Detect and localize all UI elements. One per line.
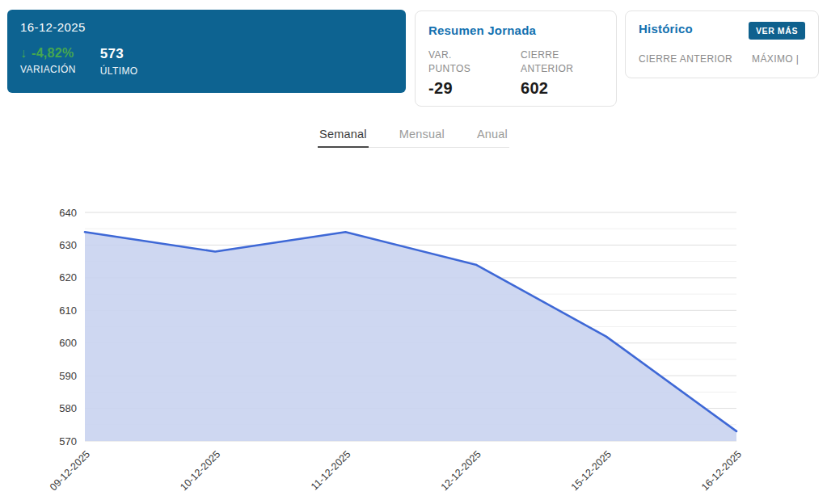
- x-tick-label: 11-12-2025: [309, 448, 352, 492]
- area-fill: [85, 232, 736, 441]
- x-tick-label: 15-12-2025: [569, 448, 614, 493]
- var-puntos-value: -29: [428, 79, 492, 98]
- market-dashboard: 16-12-2025 ↓-4,82% VARIACIÓN 573 ÚLTIMO …: [0, 0, 827, 504]
- y-tick-label: 600: [59, 337, 77, 349]
- y-tick-label: 620: [59, 271, 77, 284]
- historico-maximo-label: MÁXIMO |: [752, 52, 799, 66]
- var-puntos-label: VAR. PUNTOS: [428, 48, 492, 77]
- x-tick-label: 10-12-2025: [178, 448, 222, 493]
- x-tick-label: 16-12-2025: [699, 448, 744, 493]
- cierre-anterior-label: CIERRE ANTERIOR: [521, 48, 584, 77]
- tab-semanal[interactable]: Semanal: [318, 128, 369, 148]
- area-chart-svg: 57058059060061062063064009-12-202510-12-…: [0, 186, 827, 504]
- ver-mas-button[interactable]: VER MÁS: [749, 22, 805, 40]
- y-tick-label: 590: [59, 370, 77, 382]
- y-tick-label: 610: [59, 304, 77, 317]
- last-price-block: 573 ÚLTIMO: [100, 46, 138, 77]
- cierre-anterior-value: 602: [521, 79, 584, 98]
- historico-cierre-anterior-label: CIERRE ANTERIOR: [639, 52, 732, 66]
- y-tick-label: 640: [59, 207, 77, 219]
- session-date: 16-12-2025: [20, 20, 393, 34]
- resumen-jornada-card: Resumen Jornada VAR. PUNTOS -29 CIERRE A…: [415, 10, 617, 107]
- period-tabs: Semanal Mensual Anual: [318, 128, 509, 148]
- y-tick-label: 630: [59, 239, 77, 251]
- tab-mensual[interactable]: Mensual: [398, 128, 446, 147]
- y-tick-label: 570: [59, 435, 77, 447]
- price-area-chart[interactable]: 57058059060061062063064009-12-202510-12-…: [0, 186, 827, 504]
- last-price-value: 573: [100, 46, 138, 62]
- var-puntos-stat: VAR. PUNTOS -29: [428, 48, 492, 98]
- x-tick-label: 09-12-2025: [48, 448, 92, 493]
- variation-block: ↓-4,82% VARIACIÓN: [20, 46, 76, 77]
- historico-card: Histórico VER MÁS CIERRE ANTERIOR MÁXIMO…: [625, 10, 819, 78]
- tab-anual[interactable]: Anual: [475, 128, 509, 147]
- last-price-label: ÚLTIMO: [100, 65, 138, 77]
- historico-title: Histórico: [639, 22, 693, 36]
- y-tick-label: 580: [59, 402, 77, 414]
- variation-label: VARIACIÓN: [20, 64, 76, 75]
- down-arrow-icon: ↓: [20, 46, 27, 60]
- x-tick-label: 12-12-2025: [439, 448, 483, 493]
- cierre-anterior-stat: CIERRE ANTERIOR 602: [521, 48, 584, 98]
- resumen-title: Resumen Jornada: [428, 23, 603, 37]
- session-summary-card: 16-12-2025 ↓-4,82% VARIACIÓN 573 ÚLTIMO: [7, 10, 406, 93]
- variation-value: -4,82%: [32, 46, 74, 60]
